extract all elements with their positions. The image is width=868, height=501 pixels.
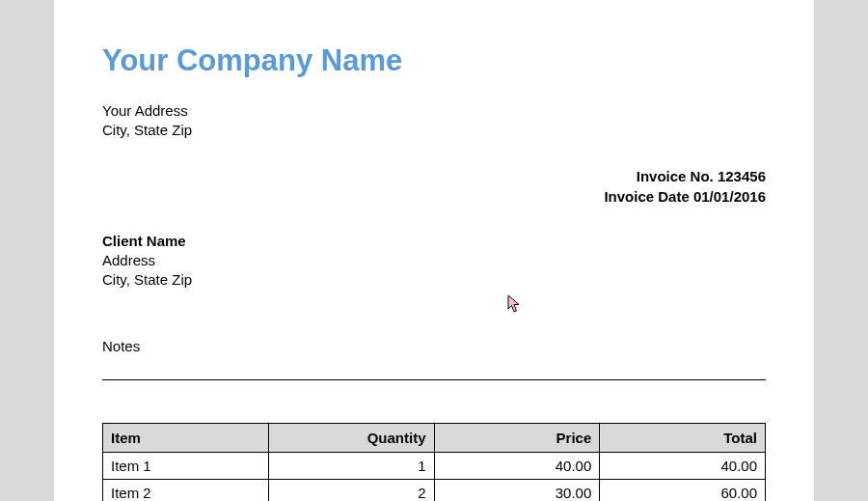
- company-address-line2: City, State Zip: [102, 121, 766, 140]
- invoice-date-label: Invoice Date: [604, 188, 689, 205]
- invoice-number-row: Invoice No. 123456: [102, 166, 766, 186]
- cell-price: 30.00: [434, 480, 600, 501]
- client-address-line2: City, State Zip: [102, 270, 766, 290]
- invoice-page: Your Company Name Your Address City, Sta…: [54, 0, 814, 501]
- invoice-number-value: 123456: [718, 168, 766, 184]
- header-item: Item: [103, 424, 269, 453]
- cell-total: 40.00: [600, 453, 766, 480]
- header-quantity: Quantity: [268, 424, 434, 453]
- table-row: Item 2 2 30.00 60.00: [103, 480, 766, 501]
- invoice-meta-block: Invoice No. 123456 Invoice Date 01/01/20…: [102, 166, 766, 207]
- client-block: Client Name Address City, State Zip: [102, 232, 766, 291]
- company-address-block: Your Address City, State Zip: [102, 101, 766, 141]
- section-divider: [102, 379, 766, 380]
- header-total: Total: [600, 424, 766, 453]
- table-row: Item 1 1 40.00 40.00: [103, 453, 766, 480]
- table-header-row: Item Quantity Price Total: [103, 424, 766, 453]
- cell-item: Item 2: [103, 480, 269, 501]
- cell-quantity: 2: [268, 480, 434, 501]
- client-name: Client Name: [102, 232, 766, 251]
- header-price: Price: [434, 424, 600, 453]
- company-address-line1: Your Address: [102, 101, 766, 121]
- cell-total: 60.00: [600, 480, 766, 501]
- line-items-table: Item Quantity Price Total Item 1 1 40.00…: [102, 423, 766, 501]
- client-address-line1: Address: [102, 251, 766, 270]
- cell-quantity: 1: [268, 453, 434, 480]
- invoice-date-value: 01/01/2016: [693, 188, 766, 205]
- invoice-date-row: Invoice Date 01/01/2016: [102, 186, 766, 207]
- cell-price: 40.00: [434, 453, 600, 480]
- notes-label: Notes: [102, 338, 766, 354]
- invoice-number-label: Invoice No.: [637, 168, 714, 184]
- company-name: Your Company Name: [102, 43, 766, 78]
- cell-item: Item 1: [103, 453, 269, 480]
- cursor-icon: [507, 294, 523, 314]
